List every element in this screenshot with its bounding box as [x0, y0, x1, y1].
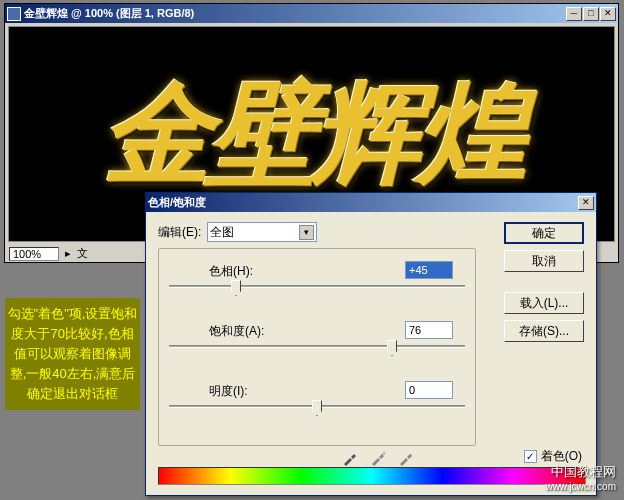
hue-input[interactable]	[405, 261, 453, 279]
document-titlebar[interactable]: 金壁辉煌 @ 100% (图层 1, RGB/8) ─ □ ✕	[5, 4, 618, 23]
sliders-group: 色相(H): 饱和度(A): 明度(I):	[158, 248, 476, 446]
lightness-label: 明度(I):	[209, 383, 248, 400]
eyedropper-minus-icon[interactable]: -	[397, 449, 415, 467]
checkbox-checked-icon: ✓	[524, 450, 537, 463]
save-button[interactable]: 存储(S)...	[504, 320, 584, 342]
minimize-button[interactable]: ─	[566, 7, 582, 21]
lightness-slider[interactable]	[169, 405, 465, 408]
lightness-input[interactable]	[405, 381, 453, 399]
close-button[interactable]: ✕	[600, 7, 616, 21]
edit-label: 编辑(E):	[158, 224, 201, 241]
hue-slider[interactable]	[169, 285, 465, 288]
maximize-button[interactable]: □	[583, 7, 599, 21]
artwork-text: 金壁辉煌	[102, 60, 522, 209]
svg-text:-: -	[410, 450, 413, 457]
dialog-titlebar[interactable]: 色相/饱和度 ✕	[146, 193, 596, 212]
saturation-label: 饱和度(A):	[209, 323, 264, 340]
dialog-title: 色相/饱和度	[148, 195, 578, 210]
ok-button[interactable]: 确定	[504, 222, 584, 244]
zoom-field[interactable]: 100%	[9, 247, 59, 261]
edit-dropdown[interactable]: 全图 ▾	[207, 222, 317, 242]
hue-thumb[interactable]	[231, 280, 241, 296]
app-icon	[7, 7, 21, 21]
cancel-button[interactable]: 取消	[504, 250, 584, 272]
svg-text:+: +	[382, 450, 386, 457]
colorize-label: 着色(O)	[541, 448, 582, 465]
eyedropper-group: + -	[341, 449, 415, 467]
color-spectrum	[158, 467, 586, 485]
edit-dropdown-value: 全图	[210, 224, 234, 241]
colorize-checkbox[interactable]: ✓ 着色(O)	[524, 448, 582, 465]
hue-label: 色相(H):	[209, 263, 253, 280]
hue-saturation-dialog: 色相/饱和度 ✕ 编辑(E): 全图 ▾ 色相(H): 饱和度(A):	[145, 192, 597, 496]
saturation-slider[interactable]	[169, 345, 465, 348]
saturation-input[interactable]	[405, 321, 453, 339]
instruction-note: 勾选"着色"项,设置饱和度大于70比较好,色相值可以观察着图像调整,一般40左右…	[5, 298, 140, 410]
zoom-arrow-icon[interactable]: ▸	[65, 247, 71, 260]
status-text: 文	[77, 246, 88, 261]
eyedropper-plus-icon[interactable]: +	[369, 449, 387, 467]
lightness-thumb[interactable]	[312, 400, 322, 416]
saturation-thumb[interactable]	[387, 340, 397, 356]
dropdown-arrow-icon: ▾	[299, 225, 314, 240]
dialog-close-button[interactable]: ✕	[578, 196, 594, 210]
eyedropper-icon[interactable]	[341, 449, 359, 467]
document-title: 金壁辉煌 @ 100% (图层 1, RGB/8)	[24, 6, 566, 21]
load-button[interactable]: 载入(L)...	[504, 292, 584, 314]
